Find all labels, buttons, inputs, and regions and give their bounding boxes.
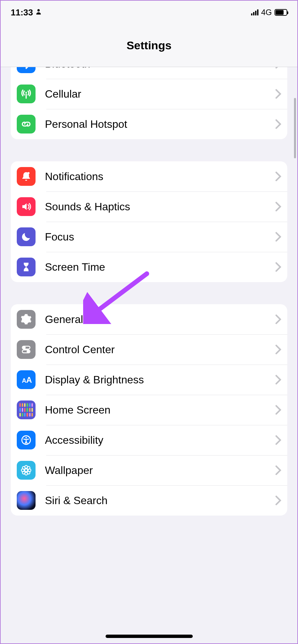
chevron-right-icon — [275, 67, 281, 69]
row-label: Siri & Search — [45, 494, 275, 507]
bell-icon — [17, 167, 36, 186]
network-type: 4G — [261, 8, 272, 17]
row-home-screen[interactable]: Home Screen — [11, 395, 287, 425]
scroll-indicator[interactable] — [294, 98, 296, 158]
svg-point-10 — [25, 437, 27, 439]
siri-icon — [17, 491, 36, 510]
chevron-right-icon — [275, 314, 281, 324]
flower-icon — [17, 461, 36, 480]
bluetooth-icon — [17, 67, 36, 73]
row-general[interactable]: General — [11, 304, 287, 334]
row-focus[interactable]: Focus — [11, 222, 287, 252]
row-label: Home Screen — [45, 404, 275, 416]
chevron-right-icon — [275, 495, 281, 505]
row-label: Display & Brightness — [45, 374, 275, 386]
row-label: Bluetooth — [45, 67, 205, 70]
home-indicator[interactable] — [106, 635, 193, 638]
chevron-right-icon — [275, 119, 281, 129]
signal-icon — [251, 9, 258, 15]
row-label: Control Center — [45, 343, 275, 356]
svg-point-11 — [25, 469, 28, 472]
settings-group-alerts: Notifications Sounds & Haptics Focus Scr… — [11, 161, 287, 282]
row-display-brightness[interactable]: AA Display & Brightness — [11, 365, 287, 395]
nav-header: Settings — [1, 24, 297, 67]
row-label: Sounds & Haptics — [45, 201, 275, 213]
row-label: Focus — [45, 231, 275, 243]
moon-icon — [17, 227, 36, 246]
page-title: Settings — [126, 39, 171, 52]
chevron-right-icon — [275, 171, 281, 181]
row-control-center[interactable]: Control Center — [11, 334, 287, 365]
chevron-right-icon — [275, 344, 281, 355]
accessibility-icon — [17, 431, 36, 449]
textsize-icon: AA — [17, 370, 36, 389]
row-accessibility[interactable]: Accessibility — [11, 425, 287, 455]
status-bar: 11:33 4G — [1, 1, 297, 24]
chevron-right-icon — [275, 405, 281, 415]
row-label: Wallpaper — [45, 464, 275, 477]
row-label: Screen Time — [45, 261, 275, 273]
row-label: Accessibility — [45, 434, 275, 446]
chevron-right-icon — [275, 262, 281, 272]
toggles-icon — [17, 340, 36, 359]
status-time: 11:33 — [11, 7, 33, 18]
chevron-right-icon — [275, 465, 281, 475]
row-notifications[interactable]: Notifications — [11, 161, 287, 192]
svg-text:A: A — [26, 375, 32, 384]
row-label: Cellular — [45, 88, 275, 100]
chevron-right-icon — [275, 89, 281, 99]
row-label: General — [45, 313, 275, 326]
row-label: Personal Hotspot — [45, 118, 275, 130]
settings-group-connectivity: Bluetooth Not Connected Cellular Persona… — [11, 67, 287, 139]
chevron-right-icon — [275, 202, 281, 212]
status-right: 4G — [251, 8, 287, 17]
hourglass-icon — [17, 258, 36, 276]
battery-icon — [275, 9, 287, 16]
chevron-right-icon — [275, 375, 281, 385]
row-screen-time[interactable]: Screen Time — [11, 252, 287, 282]
row-label: Notifications — [45, 170, 275, 183]
chevron-right-icon — [275, 232, 281, 242]
svg-text:A: A — [22, 377, 26, 384]
row-wallpaper[interactable]: Wallpaper — [11, 455, 287, 485]
row-cellular[interactable]: Cellular — [11, 79, 287, 109]
svg-point-2 — [27, 172, 29, 174]
status-left: 11:33 — [11, 7, 42, 18]
chevron-right-icon — [275, 435, 281, 445]
svg-point-4 — [23, 347, 25, 349]
antenna-icon — [17, 85, 36, 103]
apps-grid-icon — [17, 400, 36, 419]
row-detail: Not Connected — [205, 67, 272, 69]
content-scroll[interactable]: Bluetooth Not Connected Cellular Persona… — [1, 67, 297, 643]
settings-group-general: General Control Center AA Display & Brig… — [11, 304, 287, 516]
svg-point-0 — [37, 9, 40, 11]
speaker-icon — [17, 197, 36, 216]
row-siri-search[interactable]: Siri & Search — [11, 485, 287, 516]
svg-point-6 — [27, 351, 29, 353]
row-sounds-haptics[interactable]: Sounds & Haptics — [11, 192, 287, 222]
row-bluetooth[interactable]: Bluetooth Not Connected — [11, 67, 287, 79]
person-icon — [35, 7, 42, 18]
gear-icon — [17, 310, 36, 329]
row-personal-hotspot[interactable]: Personal Hotspot — [11, 109, 287, 139]
link-icon — [17, 115, 36, 133]
svg-point-1 — [25, 92, 27, 93]
